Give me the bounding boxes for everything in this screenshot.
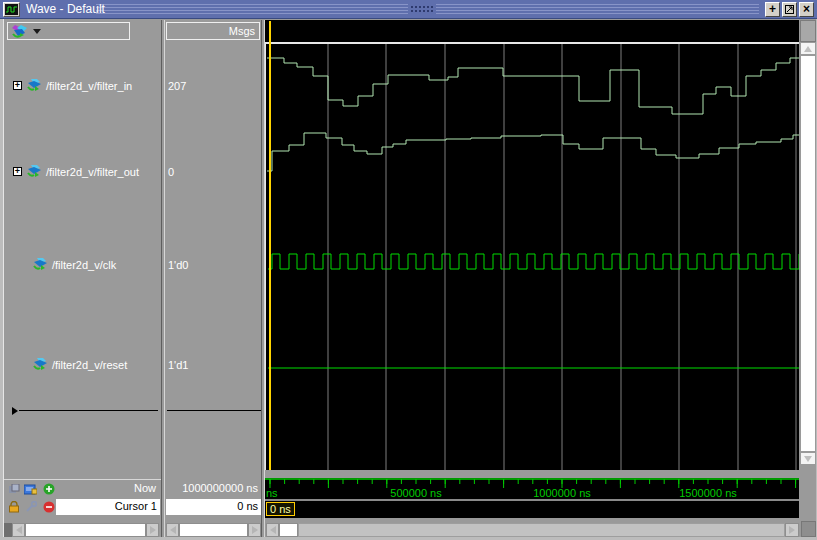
arrow-up-icon [804, 46, 812, 52]
signal-value: 1'd1 [168, 358, 188, 372]
scroll-right-button[interactable] [248, 523, 261, 537]
signal-icon [27, 79, 42, 91]
edit-grid-icon[interactable] [24, 483, 37, 495]
undock-button[interactable] [782, 2, 797, 17]
time-cursor-line[interactable] [269, 21, 271, 470]
insertion-line [167, 410, 261, 411]
insertion-line [19, 410, 158, 411]
wrench-icon[interactable] [24, 501, 37, 513]
scroll-right-button[interactable] [146, 523, 159, 537]
scroll-left-button[interactable] [166, 523, 179, 537]
arrow-left-icon [16, 526, 22, 534]
insert-cursor-icon[interactable] [7, 483, 20, 495]
now-value: 1000000000 ns [166, 482, 258, 494]
scrollbar-corner [4, 523, 12, 537]
arrow-down-icon [804, 456, 812, 462]
title-bar[interactable]: Wave - Default + × [0, 0, 817, 19]
insertion-pointer-icon [12, 407, 18, 415]
add-cursor-icon[interactable] [42, 483, 55, 495]
waveform-canvas[interactable] [265, 42, 799, 470]
signal-group-icon [11, 24, 29, 38]
scroll-up-button[interactable] [800, 42, 816, 55]
signal-icon [33, 358, 48, 370]
expand-icon[interactable]: + [13, 81, 22, 90]
now-label: Now [60, 482, 156, 494]
wave-hscroll-track[interactable] [298, 523, 785, 537]
signal-name[interactable]: /filter2d_v/filter_out [46, 165, 139, 179]
signal-value: 207 [168, 79, 186, 93]
window-title: Wave - Default [26, 2, 105, 17]
grip-dots-icon [410, 5, 434, 14]
svg-text:500000 ns: 500000 ns [390, 487, 442, 499]
arrow-right-icon [789, 526, 795, 534]
names-hscroll-thumb[interactable] [25, 523, 146, 537]
scroll-down-button[interactable] [800, 452, 816, 465]
signal-value: 1'd0 [168, 258, 188, 272]
svg-text:ns: ns [266, 487, 278, 499]
pane-splitter-names-values[interactable] [161, 20, 165, 537]
signal-value: 0 [168, 165, 174, 179]
msgs-column-header[interactable]: Msgs [166, 22, 260, 40]
wave-window-icon [3, 2, 20, 17]
expand-icon[interactable]: + [13, 167, 22, 176]
chevron-down-icon[interactable] [33, 29, 41, 34]
values-hscroll-thumb[interactable] [179, 523, 248, 537]
close-button[interactable]: × [799, 2, 814, 17]
cursor-flag-row: 0 ns [265, 501, 799, 518]
vscroll-header-box [800, 20, 816, 42]
signal-name[interactable]: /filter2d_v/clk [52, 258, 116, 272]
svg-text:1500000 ns: 1500000 ns [679, 487, 737, 499]
arrow-left-icon [170, 526, 176, 534]
signal-name[interactable]: /filter2d_v/reset [52, 358, 127, 372]
add-button[interactable]: + [765, 2, 780, 17]
scroll-left-button[interactable] [12, 523, 25, 537]
signal-name[interactable]: /filter2d_v/filter_in [46, 79, 132, 93]
window-edge-left [0, 19, 4, 540]
scroll-right-button[interactable] [785, 523, 799, 537]
names-column-header[interactable] [7, 22, 130, 40]
status-separator [4, 479, 161, 480]
signal-icon [27, 165, 42, 177]
cursor-time-flag[interactable]: 0 ns [266, 502, 295, 516]
wave-hscroll-thumb[interactable] [279, 523, 298, 537]
delete-cursor-icon[interactable] [42, 501, 55, 513]
scroll-left-button[interactable] [266, 523, 279, 537]
wave-window: Wave - Default + × Msgs + /filter2d_v/f [0, 0, 817, 540]
timeline-ruler[interactable]: ns500000 ns1000000 ns1500000 ns [265, 478, 799, 499]
vertical-scrollbar[interactable] [800, 55, 816, 452]
scrollbar-corner [801, 521, 816, 537]
svg-text:1000000 ns: 1000000 ns [533, 487, 591, 499]
cursor-value-box[interactable]: 0 ns [166, 499, 261, 515]
titlebar-grip[interactable] [408, 4, 436, 15]
cursor-name-box[interactable]: Cursor 1 [56, 499, 160, 515]
wave-header-strip [265, 20, 799, 42]
signal-icon [33, 258, 48, 270]
arrow-left-icon [270, 526, 276, 534]
arrow-right-icon [252, 526, 258, 534]
arrow-right-icon [150, 526, 156, 534]
lock-cursor-icon[interactable] [7, 501, 20, 513]
